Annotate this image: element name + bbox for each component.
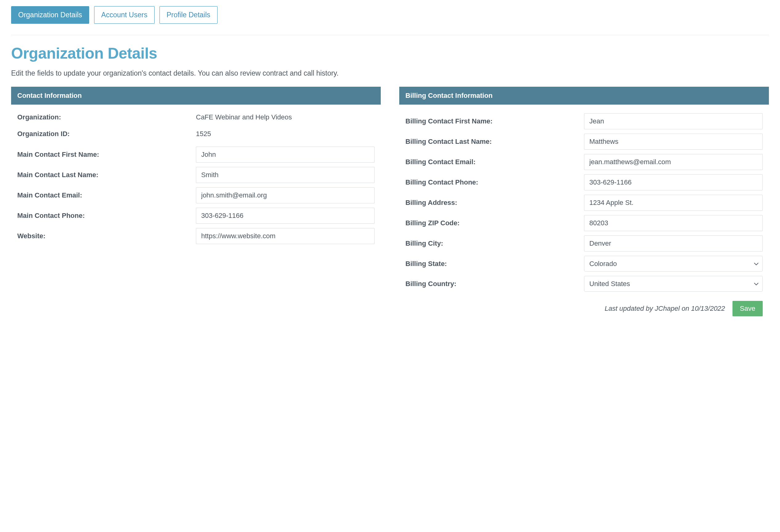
input-billing-zip[interactable] [584,215,763,231]
tabs-nav: Organization Details Account Users Profi… [11,6,769,24]
row-billing-country: Billing Country: United States [399,276,769,292]
label-billing-phone: Billing Contact Phone: [405,178,584,186]
page-subtitle: Edit the fields to update your organizat… [11,69,769,78]
label-main-phone: Main Contact Phone: [17,212,196,220]
label-billing-address: Billing Address: [405,199,584,207]
value-organization-id: 1525 [196,130,375,138]
contact-info-panel: Contact Information Organization: CaFE W… [11,87,381,248]
label-organization-id: Organization ID: [17,130,196,138]
row-main-email: Main Contact Email: [11,187,381,203]
row-billing-city: Billing City: [399,235,769,251]
label-main-email: Main Contact Email: [17,191,196,199]
last-updated-text: Last updated by JChapel on 10/13/2022 [605,304,725,312]
row-billing-phone: Billing Contact Phone: [399,174,769,190]
row-organization: Organization: CaFE Webinar and Help Vide… [11,113,381,121]
row-main-phone: Main Contact Phone: [11,208,381,224]
tab-profile-details[interactable]: Profile Details [159,6,217,24]
label-billing-country: Billing Country: [405,280,584,288]
label-billing-state: Billing State: [405,260,584,268]
footer-row: Last updated by JChapel on 10/13/2022 Sa… [399,301,769,316]
label-billing-zip: Billing ZIP Code: [405,219,584,227]
row-organization-id: Organization ID: 1525 [11,130,381,138]
divider [11,35,769,35]
input-main-last-name[interactable] [196,167,375,183]
row-website: Website: [11,228,381,244]
label-billing-city: Billing City: [405,239,584,247]
tab-organization-details[interactable]: Organization Details [11,6,89,24]
form-columns: Contact Information Organization: CaFE W… [11,87,769,316]
input-main-phone[interactable] [196,208,375,224]
label-main-last-name: Main Contact Last Name: [17,171,196,179]
page-title: Organization Details [11,44,769,62]
input-billing-first-name[interactable] [584,113,763,129]
row-billing-email: Billing Contact Email: [399,154,769,170]
row-billing-state: Billing State: Colorado [399,256,769,272]
input-main-first-name[interactable] [196,147,375,163]
input-billing-address[interactable] [584,195,763,211]
select-billing-state[interactable]: Colorado [584,256,763,272]
row-main-last-name: Main Contact Last Name: [11,167,381,183]
label-organization: Organization: [17,113,196,121]
label-billing-first-name: Billing Contact First Name: [405,117,584,125]
row-billing-last-name: Billing Contact Last Name: [399,134,769,150]
row-billing-first-name: Billing Contact First Name: [399,113,769,129]
label-billing-last-name: Billing Contact Last Name: [405,138,584,146]
value-organization: CaFE Webinar and Help Videos [196,113,375,121]
tab-account-users[interactable]: Account Users [94,6,155,24]
row-billing-zip: Billing ZIP Code: [399,215,769,231]
billing-info-header: Billing Contact Information [399,87,769,105]
billing-info-panel: Billing Contact Information Billing Cont… [399,87,769,316]
input-billing-phone[interactable] [584,174,763,190]
input-website[interactable] [196,228,375,244]
input-main-email[interactable] [196,187,375,203]
label-website: Website: [17,232,196,240]
input-billing-email[interactable] [584,154,763,170]
label-main-first-name: Main Contact First Name: [17,151,196,159]
label-billing-email: Billing Contact Email: [405,158,584,166]
row-main-first-name: Main Contact First Name: [11,147,381,163]
contact-info-header: Contact Information [11,87,381,105]
input-billing-last-name[interactable] [584,134,763,150]
row-billing-address: Billing Address: [399,195,769,211]
select-billing-country[interactable]: United States [584,276,763,292]
input-billing-city[interactable] [584,235,763,251]
save-button[interactable]: Save [732,301,763,316]
